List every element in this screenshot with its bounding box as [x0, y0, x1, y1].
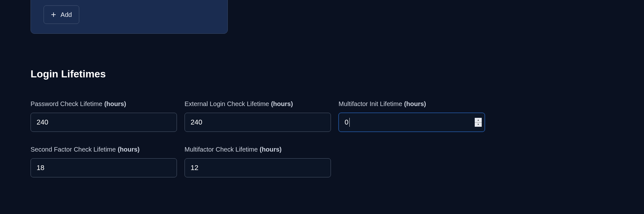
lifetimes-form: Password Check Lifetime (hours) External…	[31, 100, 486, 177]
spinner-down[interactable]	[475, 123, 482, 127]
add-button-label: Add	[60, 11, 72, 18]
field-external-login-check: External Login Check Lifetime (hours)	[185, 100, 331, 132]
section-heading: Login Lifetimes	[31, 68, 644, 80]
caret-down-icon	[478, 123, 479, 126]
input-multifactor-check[interactable]	[185, 158, 331, 177]
caret-up-icon	[478, 119, 479, 121]
field-multifactor-init: Multifactor Init Lifetime (hours)	[339, 100, 485, 132]
field-multifactor-check: Multifactor Check Lifetime (hours)	[185, 146, 331, 177]
top-card: + Add	[31, 0, 228, 34]
label-multifactor-init: Multifactor Init Lifetime (hours)	[339, 100, 485, 108]
plus-icon: +	[51, 10, 56, 19]
input-second-factor-check[interactable]	[31, 158, 177, 177]
add-button[interactable]: + Add	[44, 5, 79, 24]
spinner-up[interactable]	[475, 118, 482, 123]
input-password-check[interactable]	[31, 113, 177, 132]
label-multifactor-check: Multifactor Check Lifetime (hours)	[185, 146, 331, 153]
text-cursor	[349, 118, 350, 127]
label-password-check: Password Check Lifetime (hours)	[31, 100, 177, 108]
number-spinner[interactable]	[475, 118, 482, 127]
input-multifactor-init[interactable]	[339, 113, 485, 132]
label-second-factor-check: Second Factor Check Lifetime (hours)	[31, 146, 177, 153]
field-password-check: Password Check Lifetime (hours)	[31, 100, 177, 132]
input-external-login-check[interactable]	[185, 113, 331, 132]
label-external-login-check: External Login Check Lifetime (hours)	[185, 100, 331, 108]
field-second-factor-check: Second Factor Check Lifetime (hours)	[31, 146, 177, 177]
